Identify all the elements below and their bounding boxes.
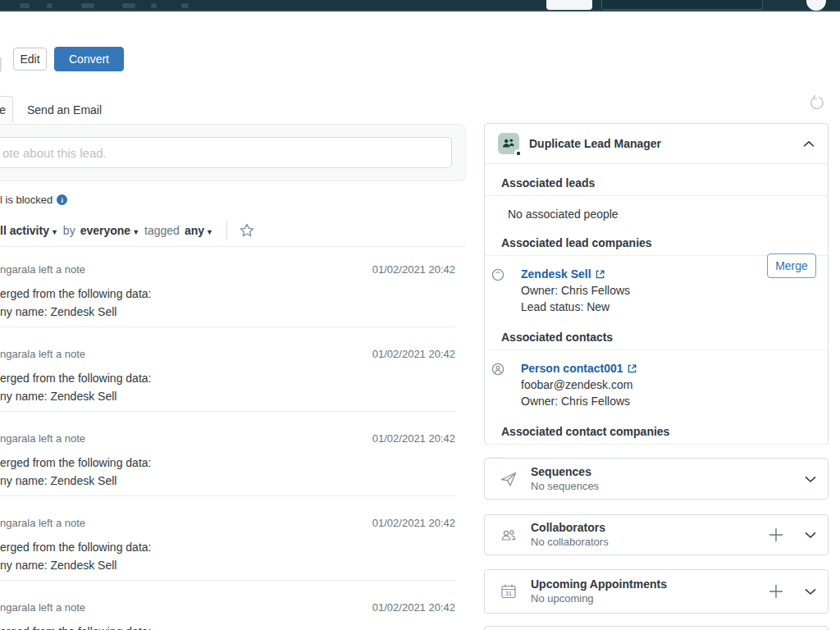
lead-icon (491, 268, 504, 315)
lead-company-link[interactable]: Zendesk Sell (521, 266, 605, 282)
divider (226, 221, 227, 240)
chevron-down-icon[interactable] (805, 527, 816, 542)
note-author: ngarala left a note (0, 348, 85, 361)
person-icon (491, 363, 504, 409)
note-text: erged from the following data: (0, 538, 455, 556)
note-entry: ngarala left a note01/02/2021 20:42 erge… (0, 340, 455, 425)
people-icon (500, 526, 519, 544)
upcoming-appointments-panel[interactable]: 31 Upcoming Appointments No upcoming (484, 569, 829, 614)
filter-tagged-label: tagged (144, 224, 180, 237)
contact-link[interactable]: Person contact001 (521, 360, 637, 377)
chevron-up-icon[interactable] (803, 140, 815, 148)
note-date: 01/02/2021 20:42 (372, 263, 455, 276)
tab-add-note-partial[interactable]: e (0, 96, 13, 123)
note-text: ny name: Zendesk Sell (0, 472, 455, 490)
lead-company-owner: Owner: Chris Fellows (521, 282, 630, 299)
associated-leads-empty: No associated people (508, 208, 828, 221)
note-text: erged from the following data: (0, 623, 455, 630)
info-icon[interactable]: i (57, 194, 67, 205)
note-author: ngarala left a note (0, 517, 85, 530)
note-author: ngarala left a note (0, 432, 85, 445)
external-link-icon (628, 364, 637, 373)
merge-button[interactable]: Merge (767, 253, 816, 278)
note-author: ngarala left a note (0, 263, 85, 276)
duplicate-lead-manager-icon (498, 133, 519, 154)
filter-by-label: by (63, 224, 75, 237)
page: Edit Convert e Send an Email ote about t… (0, 0, 840, 630)
chevron-down-icon: ▼ (206, 228, 213, 236)
chevron-down-icon[interactable] (805, 472, 816, 486)
chevron-down-icon: ▼ (51, 228, 58, 236)
sequences-panel[interactable]: Sequences No sequences (484, 458, 829, 500)
edit-button[interactable]: Edit (13, 48, 47, 71)
chevron-down-icon: ▼ (132, 228, 139, 236)
topbar-partial-item (81, 3, 94, 8)
contact-email: foobar@zendesk.com (521, 377, 637, 393)
svg-text:31: 31 (505, 591, 512, 596)
duplicate-lead-manager-panel: Duplicate Lead Manager Associated leads … (484, 123, 829, 445)
note-entry: ngarala left a note01/02/2021 20:42 erge… (0, 256, 455, 340)
topbar-partial-item (181, 3, 189, 8)
note-date: 01/02/2021 20:42 (372, 601, 455, 614)
associated-contact-companies-heading: Associated contact companies (485, 425, 828, 445)
filter-tag-dropdown[interactable]: any▼ (185, 224, 213, 237)
chevron-down-icon[interactable] (805, 584, 816, 599)
note-text: erged from the following data: (0, 454, 455, 472)
note-text: ny name: Zendesk Sell (0, 387, 455, 405)
filter-activity-dropdown[interactable]: ll activity▼ (0, 224, 58, 237)
paper-plane-icon (500, 470, 519, 488)
blocked-notice-text: l is blocked (0, 194, 52, 206)
collaborators-panel[interactable]: Collaborators No collaborators (484, 514, 829, 555)
add-appointment-button[interactable] (767, 582, 785, 600)
activity-feed: ngarala left a note01/02/2021 20:42 erge… (0, 256, 455, 630)
note-author: ngarala left a note (0, 601, 85, 614)
star-icon[interactable] (239, 222, 255, 239)
cutoff-element-edge (0, 57, 2, 71)
associated-contacts-heading: Associated contacts (485, 331, 828, 350)
add-collaborator-button[interactable] (767, 526, 785, 544)
note-input[interactable]: ote about this lead. (0, 137, 452, 168)
tab-send-an-email[interactable]: Send an Email (27, 96, 102, 123)
widget-title: Sequences (531, 465, 828, 479)
note-date: 01/02/2021 20:42 (372, 432, 455, 445)
contact-entry: Person contact001 foobar@zendesk.com Own… (485, 360, 828, 409)
search-input[interactable] (601, 0, 763, 10)
associated-leads-heading: Associated leads (485, 176, 828, 196)
topbar-partial-item (20, 3, 30, 8)
divider (0, 246, 466, 247)
next-panel-partial (484, 626, 829, 630)
activity-filter-bar: ll activity▼ by everyone▼ tagged any▼ (0, 221, 255, 240)
filter-user-dropdown[interactable]: everyone▼ (80, 224, 139, 237)
panel-title: Duplicate Lead Manager (529, 137, 803, 150)
note-entry: ngarala left a note01/02/2021 20:42 erge… (0, 425, 455, 509)
note-text: erged from the following data: (0, 369, 455, 387)
note-date: 01/02/2021 20:42 (372, 517, 455, 530)
avatar[interactable] (806, 0, 826, 11)
refresh-icon[interactable] (809, 95, 824, 114)
convert-button[interactable]: Convert (54, 47, 124, 71)
note-placeholder: ote about this lead. (2, 146, 107, 160)
lead-company-status: Lead status: New (521, 299, 630, 315)
topbar (0, 0, 840, 11)
blocked-notice: l is blocked i (0, 194, 67, 206)
note-date: 01/02/2021 20:42 (372, 348, 455, 361)
note-text: erged from the following data: (0, 285, 455, 303)
external-link-icon (596, 270, 605, 279)
topbar-partial-item (47, 3, 52, 8)
widget-subtitle: No sequences (531, 479, 828, 493)
contact-owner: Owner: Chris Fellows (521, 393, 637, 409)
panel-header[interactable]: Duplicate Lead Manager (485, 124, 828, 164)
topbar-button-partial[interactable] (546, 0, 592, 10)
note-text: ny name: Zendesk Sell (0, 303, 455, 321)
topbar-partial-item (122, 3, 135, 8)
topbar-partial-item (151, 3, 157, 8)
note-entry: ngarala left a note01/02/2021 20:42 erge… (0, 594, 455, 630)
note-text: ny name: Zendesk Sell (0, 556, 455, 574)
note-entry: ngarala left a note01/02/2021 20:42 erge… (0, 509, 455, 594)
calendar-icon: 31 (500, 582, 519, 600)
